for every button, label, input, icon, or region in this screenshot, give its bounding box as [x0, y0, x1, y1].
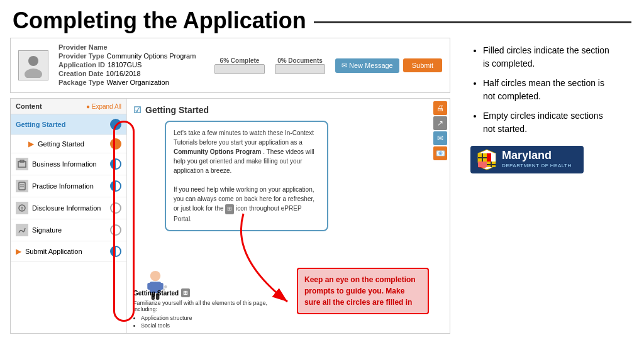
progress-bar-complete: [214, 64, 265, 74]
sidebar-item-submit[interactable]: ▶ Submit Application: [11, 241, 126, 262]
submit-button[interactable]: Submit: [403, 58, 442, 72]
share-icon-button[interactable]: ↗: [433, 116, 447, 130]
sidebar: Content ● Expand All Getting Started ▶ G…: [11, 99, 127, 333]
package-label: Package Type: [58, 79, 104, 86]
circle-disclosure: [110, 202, 121, 214]
disclosure-icon: [16, 202, 28, 214]
tutorial-text1: Let's take a few minutes to watch these …: [174, 129, 314, 146]
creation-label: Creation Date: [58, 70, 104, 77]
avatar: [18, 50, 48, 80]
svg-point-10: [150, 271, 160, 281]
help-icon-btn: ⊞: [181, 288, 190, 297]
disclosure-label: Disclosure Information: [32, 204, 101, 212]
business-label: Business Information: [32, 160, 97, 168]
svg-rect-22: [478, 157, 487, 158]
maryland-logo: Maryland Department of Health: [470, 146, 584, 173]
sidebar-item-getting-started[interactable]: Getting Started: [11, 114, 126, 135]
info-panel: Filled circles indicate the section is c…: [460, 38, 624, 357]
progress-complete: 6% Complete: [214, 57, 265, 74]
bullet-empty-circles: Empty circles indicate sections not star…: [483, 109, 614, 136]
sidebar-sub-getting-started[interactable]: ▶ Getting Started: [11, 135, 126, 153]
expand-all-button[interactable]: ● Expand All: [86, 103, 121, 110]
maryland-name: Maryland: [502, 150, 572, 162]
new-message-button[interactable]: ✉ New Message: [335, 58, 399, 73]
svg-point-9: [21, 209, 23, 211]
package-value: Waiver Organization: [107, 79, 169, 86]
gs-list: Application structure Social tools: [133, 315, 272, 329]
practice-icon: [16, 180, 28, 192]
progress-docs: 0% Documents: [275, 57, 325, 74]
maryland-text-group: Maryland Department of Health: [502, 150, 572, 170]
bullet-filled-circles: Filled circles indicate the section is c…: [483, 44, 614, 70]
check-icon: ☑: [133, 105, 142, 115]
tutorial-bold: Community Options Program: [174, 148, 261, 155]
envelope-icon-button[interactable]: ✉: [433, 131, 447, 145]
arrow-icon: ▶: [28, 140, 34, 148]
help-icon: ⊞: [225, 204, 234, 214]
callout-text: Keep an eye on the completion prompts to…: [304, 275, 416, 307]
sidebar-item-practice[interactable]: Practice Information: [11, 175, 126, 197]
signature-label: Signature: [32, 226, 62, 234]
bullet-list: Filled circles indicate the section is c…: [470, 44, 614, 136]
sub-item-label: Getting Started: [38, 140, 84, 148]
getting-started-section: Getting Started ⊞ Familiarize yourself w…: [133, 288, 272, 330]
provider-header: Provider Name Provider Type Community Op…: [10, 38, 450, 93]
svg-rect-4: [19, 182, 25, 190]
main-content-area: ☑ Getting Started Let's take a few minut…: [127, 99, 450, 333]
action-buttons: ✉ New Message Submit: [335, 58, 442, 73]
submit-arrow-icon: ▶: [16, 247, 21, 256]
signature-icon: [16, 224, 28, 236]
maryland-shield-icon: [475, 148, 498, 171]
svg-point-0: [28, 56, 38, 66]
screenshot-panel: Provider Name Provider Type Community Op…: [10, 38, 450, 357]
circle-submit: [110, 246, 121, 257]
circle-sub-getting-started: [110, 138, 121, 150]
bullet-half-circles: Half circles mean the section is not com…: [483, 77, 614, 103]
sidebar-content-label: Content: [16, 102, 42, 110]
right-icons-panel: 🖨 ↗ ✉ 📧: [431, 99, 450, 163]
sidebar-header: Content ● Expand All: [11, 99, 126, 114]
sidebar-getting-started-label: Getting Started: [16, 121, 65, 128]
svg-rect-27: [487, 164, 496, 165]
print-icon-button[interactable]: 🖨: [433, 101, 447, 115]
gs-title-text: Getting Started: [133, 290, 179, 297]
title-divider: [314, 21, 631, 23]
app-body: Content ● Expand All Getting Started ▶ G…: [10, 98, 450, 334]
svg-point-1: [25, 69, 42, 78]
sidebar-item-signature[interactable]: Signature: [11, 219, 126, 241]
sidebar-item-business[interactable]: Business Information: [11, 153, 126, 175]
progress-section: 6% Complete 0% Documents: [214, 57, 325, 74]
svg-point-18: [164, 285, 167, 288]
callout-box: Keep an eye on the completion prompts to…: [297, 268, 429, 314]
progress-bar-docs: [275, 64, 325, 74]
sidebar-item-disclosure[interactable]: Disclosure Information: [11, 197, 126, 219]
mail-icon-button[interactable]: 📧: [433, 146, 447, 160]
provider-name-label: Provider Name: [58, 43, 108, 51]
circle-business: [110, 158, 121, 170]
gs-list-item-2: Social tools: [141, 322, 272, 329]
maryland-sub: Department of Health: [502, 162, 572, 170]
circle-getting-started: [110, 119, 121, 130]
gs-body-text: Familiarize yourself with all the elemen…: [133, 300, 272, 312]
circle-signature: [110, 224, 121, 236]
provider-type-label: Provider Type: [58, 52, 104, 60]
circle-practice: [110, 180, 121, 192]
submit-label: Submit Application: [25, 248, 82, 255]
provider-info: Provider Name Provider Type Community Op…: [58, 43, 204, 87]
creation-value: 10/16/2018: [106, 70, 141, 77]
gs-list-item-1: Application structure: [141, 315, 272, 321]
app-id-label: Application ID: [58, 61, 105, 69]
page-title: Completing the Application: [0, 0, 644, 38]
section-title: ☑ Getting Started: [133, 105, 443, 115]
provider-type-value: Community Options Program: [107, 52, 196, 60]
business-icon: [16, 158, 28, 170]
tutorial-box: Let's take a few minutes to watch these …: [165, 121, 328, 231]
app-id-value: 18107GUS: [108, 61, 142, 69]
practice-label: Practice Information: [32, 182, 94, 190]
